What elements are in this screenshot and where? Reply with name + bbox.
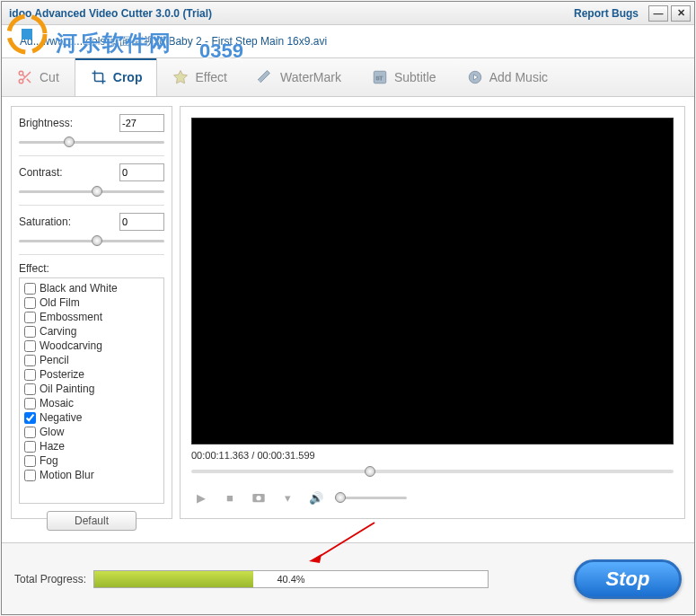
effect-item-label: Pencil <box>40 354 69 366</box>
effect-item[interactable]: Woodcarving <box>22 339 161 353</box>
volume-icon[interactable]: 🔊 <box>306 488 326 507</box>
saturation-spinner[interactable] <box>119 213 164 231</box>
effect-item[interactable]: Pencil <box>22 353 161 367</box>
stop-button[interactable]: Stop <box>574 559 682 599</box>
svg-point-9 <box>256 496 260 500</box>
effect-item[interactable]: Glow <box>22 425 161 439</box>
watermark-logo-icon <box>5 13 48 56</box>
seek-slider[interactable] <box>191 464 674 479</box>
progress-label: Total Progress: <box>14 573 86 585</box>
effect-item[interactable]: Carving <box>22 324 161 339</box>
contrast-spinner[interactable] <box>119 163 164 181</box>
effect-item[interactable]: Motion Blur <box>22 468 161 482</box>
effect-item-label: Old Film <box>40 296 80 309</box>
tab-cut-label: Cut <box>40 70 59 84</box>
tab-bar: Cut Crop Effect WaterMark ST Subtitle Ad… <box>2 57 694 97</box>
brightness-group: Brightness: <box>19 114 164 156</box>
tab-subtitle[interactable]: ST Subtitle <box>357 58 452 96</box>
svg-text:ST: ST <box>375 75 383 81</box>
effect-checkbox[interactable] <box>24 455 36 467</box>
effect-checkbox[interactable] <box>24 412 36 424</box>
effect-checkbox[interactable] <box>24 326 36 338</box>
tab-watermark[interactable]: WaterMark <box>242 58 357 96</box>
tab-addmusic[interactable]: Add Music <box>452 58 563 96</box>
effect-checkbox[interactable] <box>24 383 36 395</box>
tab-addmusic-label: Add Music <box>489 70 548 84</box>
effect-item[interactable]: Mosaic <box>22 396 161 410</box>
watermark-text: 河乐软件网 <box>56 29 172 57</box>
scissors-icon <box>16 68 34 86</box>
svg-marker-4 <box>174 71 188 84</box>
contrast-slider[interactable] <box>19 185 164 198</box>
svg-point-3 <box>19 79 23 84</box>
snapshot-dropdown[interactable]: ▾ <box>278 488 297 507</box>
subtitle-icon: ST <box>371 68 389 86</box>
effect-item-label: Fog <box>40 454 58 467</box>
close-button[interactable]: ✕ <box>671 5 691 22</box>
default-button[interactable]: Default <box>47 511 137 531</box>
effect-item[interactable]: Posterize <box>22 367 161 382</box>
tab-crop-label: Crop <box>113 70 143 84</box>
effect-checkbox[interactable] <box>24 427 36 438</box>
snapshot-button[interactable] <box>249 488 269 507</box>
effect-item-label: Negative <box>40 411 82 424</box>
saturation-group: Saturation: <box>19 213 164 255</box>
star-icon <box>172 68 189 86</box>
tab-effect[interactable]: Effect <box>157 58 242 96</box>
contrast-group: Contrast: <box>19 163 164 206</box>
effect-item-label: Black and White <box>40 282 118 295</box>
play-button[interactable]: ▶ <box>191 488 211 507</box>
effect-item[interactable]: Fog <box>22 453 161 468</box>
effect-list[interactable]: Black and WhiteOld FilmEmbossmentCarving… <box>19 277 164 504</box>
time-display: 00:00:11.363 / 00:00:31.599 <box>191 450 674 461</box>
effect-item-label: Haze <box>40 440 65 453</box>
progress-text: 40.4% <box>94 571 488 587</box>
saturation-label: Saturation: <box>19 216 71 228</box>
effect-item[interactable]: Embossment <box>22 310 161 324</box>
saturation-slider[interactable] <box>19 234 164 247</box>
brightness-spinner[interactable] <box>119 114 164 132</box>
tab-cut[interactable]: Cut <box>2 58 75 96</box>
tab-watermark-label: WaterMark <box>280 70 341 84</box>
effect-checkbox[interactable] <box>24 398 36 409</box>
tab-effect-label: Effect <box>195 70 227 84</box>
effect-label: Effect: <box>19 262 164 275</box>
bottom-bar: Total Progress: 40.4% Stop <box>2 542 694 614</box>
effect-checkbox[interactable] <box>24 297 36 309</box>
preview-panel: 00:00:11.363 / 00:00:31.599 ▶ ■ ▾ 🔊 <box>180 106 685 519</box>
effect-item-label: Glow <box>40 426 64 438</box>
effect-item[interactable]: Negative <box>22 410 161 425</box>
effect-checkbox[interactable] <box>24 369 36 381</box>
effect-item-label: Mosaic <box>40 397 74 409</box>
progress-bar: 40.4% <box>93 570 489 588</box>
effect-checkbox[interactable] <box>24 441 36 453</box>
effect-checkbox[interactable] <box>24 355 36 366</box>
effect-checkbox[interactable] <box>24 283 36 295</box>
stop-playback-button[interactable]: ■ <box>220 488 240 507</box>
effect-item-label: Motion Blur <box>40 469 94 481</box>
brightness-slider[interactable] <box>19 136 164 148</box>
minimize-button[interactable]: — <box>648 5 668 22</box>
svg-point-2 <box>19 71 23 75</box>
volume-slider[interactable] <box>335 491 407 504</box>
settings-sidebar: Brightness: Contrast: Saturation: <box>11 106 172 519</box>
effect-item[interactable]: Haze <box>22 439 161 453</box>
brightness-label: Brightness: <box>19 117 73 129</box>
playback-controls: ▶ ■ ▾ 🔊 <box>191 488 674 507</box>
titlebar: idoo Advanced Video Cutter 3.0.0 (Trial)… <box>2 2 694 25</box>
svg-rect-1 <box>22 29 32 40</box>
tab-crop[interactable]: Crop <box>75 58 158 96</box>
effect-checkbox[interactable] <box>24 340 36 352</box>
effect-item[interactable]: Oil Painting <box>22 382 161 396</box>
effect-item[interactable]: Old Film <box>22 295 161 310</box>
crop-icon <box>90 68 108 86</box>
effect-checkbox[interactable] <box>24 470 36 481</box>
effect-checkbox[interactable] <box>24 312 36 323</box>
video-preview <box>191 118 674 444</box>
report-bugs-link[interactable]: Report Bugs <box>567 7 646 20</box>
effect-item[interactable]: Black and White <box>22 281 161 295</box>
effect-item-label: Posterize <box>40 368 84 381</box>
tab-subtitle-label: Subtitle <box>394 70 436 84</box>
effect-item-label: Carving <box>40 325 76 338</box>
window-title: idoo Advanced Video Cutter 3.0.0 (Trial) <box>5 7 567 20</box>
